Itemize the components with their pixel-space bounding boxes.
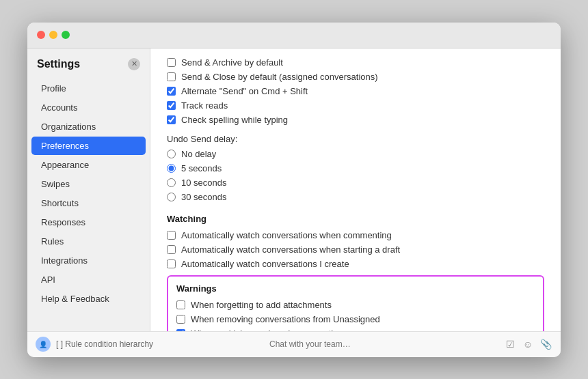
sidebar-header: Settings ✕ <box>27 55 150 79</box>
bottom-left-area: 👤 [ ] Rule condition hierarchy <box>36 337 264 352</box>
undo-5s-radio[interactable] <box>167 164 176 173</box>
sidebar-item-swipes[interactable]: Swipes <box>31 175 146 193</box>
warn-attachments-label: When forgetting to add attachments <box>191 300 332 310</box>
warn-archive-row: When archiving assigned conversations <box>176 326 535 331</box>
sidebar-item-responses[interactable]: Responses <box>31 213 146 231</box>
sidebar-item-api[interactable]: API <box>31 270 146 289</box>
check-spelling-row: Check spelling while typing <box>167 113 544 127</box>
track-reads-checkbox[interactable] <box>167 101 176 110</box>
sidebar-item-accounts[interactable]: Accounts <box>31 98 146 117</box>
attach-icon[interactable]: 📎 <box>539 337 552 351</box>
undo-no-delay-radio[interactable] <box>167 150 176 158</box>
traffic-lights <box>37 31 70 39</box>
alternate-send-row: Alternate "Send" on Cmd + Shift <box>167 84 544 98</box>
settings-window: Settings ✕ Profile Accounts Organization… <box>27 23 561 357</box>
warn-unassigned-row: When removing conversations from Unassig… <box>176 312 535 326</box>
undo-send-label: Undo Send delay: <box>167 134 544 144</box>
sidebar-item-preferences[interactable]: Preferences <box>31 137 146 155</box>
warn-attachments-checkbox[interactable] <box>176 300 185 309</box>
watch-draft-checkbox[interactable] <box>167 245 176 254</box>
main-panel: Send & Archive by default Send & Close b… <box>150 48 561 331</box>
watch-draft-row: Automatically watch conversations when s… <box>167 242 544 257</box>
sidebar-item-rules[interactable]: Rules <box>31 232 146 251</box>
undo-10s-label: 10 seconds <box>181 178 227 188</box>
chat-input[interactable] <box>264 337 503 352</box>
watch-create-row: Automatically watch conversations I crea… <box>167 257 544 271</box>
send-close-label: Send & Close by default (assigned conver… <box>181 72 378 82</box>
send-close-row: Send & Close by default (assigned conver… <box>167 70 544 84</box>
warn-attachments-row: When forgetting to add attachments <box>176 298 535 312</box>
undo-30s-row: 30 seconds <box>167 190 544 204</box>
avatar: 👤 <box>36 337 51 352</box>
bottom-bar: 👤 [ ] Rule condition hierarchy ☑ ☺ 📎 <box>27 331 561 357</box>
send-close-checkbox[interactable] <box>167 72 176 81</box>
sidebar-item-help[interactable]: Help & Feedback <box>31 290 146 308</box>
bottom-right-icons: ☑ ☺ 📎 <box>503 337 552 351</box>
warn-unassigned-label: When removing conversations from Unassig… <box>191 314 380 324</box>
check-spelling-checkbox[interactable] <box>167 115 176 124</box>
close-button[interactable] <box>37 31 45 39</box>
minimize-button[interactable] <box>49 31 57 39</box>
sidebar-title: Settings <box>37 58 80 70</box>
sidebar-close-button[interactable]: ✕ <box>128 58 140 70</box>
sidebar-item-integrations[interactable]: Integrations <box>31 251 146 270</box>
track-reads-label: Track reads <box>181 100 228 111</box>
avatar-icon: 👤 <box>39 341 47 348</box>
watch-create-checkbox[interactable] <box>167 259 176 268</box>
conversation-label[interactable]: [ ] Rule condition hierarchy <box>56 339 153 349</box>
checkmark-icon[interactable]: ☑ <box>503 337 517 351</box>
title-bar <box>27 23 561 48</box>
watching-section-title: Watching <box>167 214 544 224</box>
sidebar: Settings ✕ Profile Accounts Organization… <box>27 48 150 331</box>
undo-30s-label: 30 seconds <box>181 192 227 202</box>
watch-create-label: Automatically watch conversations I crea… <box>181 259 349 269</box>
warnings-box: Warnings When forgetting to add attachme… <box>167 275 544 331</box>
check-spelling-label: Check spelling while typing <box>181 115 288 125</box>
alternate-send-label: Alternate "Send" on Cmd + Shift <box>181 86 308 96</box>
undo-30s-radio[interactable] <box>167 193 176 201</box>
sidebar-item-appearance[interactable]: Appearance <box>31 156 146 174</box>
undo-5s-row: 5 seconds <box>167 161 544 176</box>
watch-commenting-label: Automatically watch conversations when c… <box>181 230 392 240</box>
watch-commenting-checkbox[interactable] <box>167 231 176 240</box>
send-archive-label: Send & Archive by default <box>181 57 283 68</box>
sidebar-item-shortcuts[interactable]: Shortcuts <box>31 194 146 212</box>
maximize-button[interactable] <box>62 31 70 39</box>
emoji-icon[interactable]: ☺ <box>521 337 535 351</box>
undo-no-delay-label: No delay <box>181 149 216 159</box>
warn-unassigned-checkbox[interactable] <box>176 315 185 324</box>
track-reads-row: Track reads <box>167 98 544 113</box>
send-archive-row: Send & Archive by default <box>167 55 544 70</box>
undo-5s-label: 5 seconds <box>181 163 222 173</box>
undo-10s-radio[interactable] <box>167 178 176 187</box>
sidebar-item-organizations[interactable]: Organizations <box>31 117 146 136</box>
undo-no-delay-row: No delay <box>167 147 544 161</box>
content-area: Settings ✕ Profile Accounts Organization… <box>27 48 561 331</box>
watch-draft-label: Automatically watch conversations when s… <box>181 244 400 255</box>
undo-10s-row: 10 seconds <box>167 176 544 190</box>
sidebar-item-profile[interactable]: Profile <box>31 79 146 98</box>
warnings-section-title: Warnings <box>176 283 535 294</box>
send-archive-checkbox[interactable] <box>167 58 176 67</box>
alternate-send-checkbox[interactable] <box>167 87 176 96</box>
settings-content: Send & Archive by default Send & Close b… <box>150 48 561 331</box>
watch-commenting-row: Automatically watch conversations when c… <box>167 228 544 242</box>
